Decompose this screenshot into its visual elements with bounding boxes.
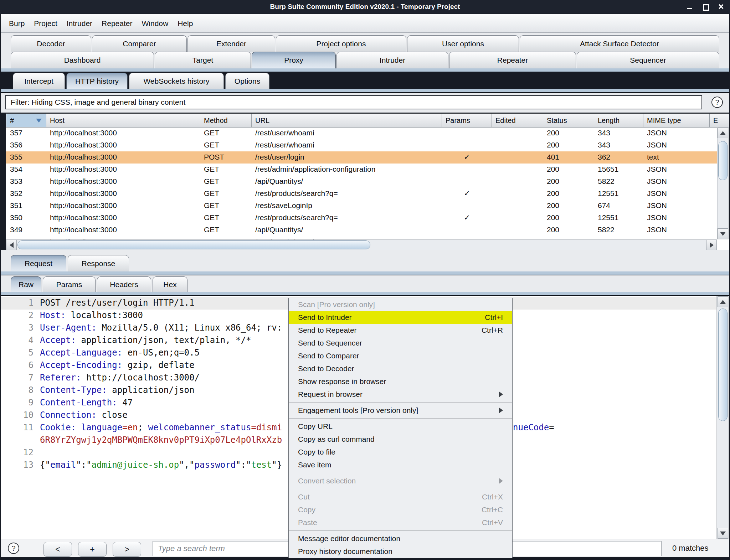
scroll-down-icon[interactable] (718, 228, 728, 239)
menu-item-copy-url[interactable]: Copy URL (289, 420, 512, 433)
menu-help[interactable]: Help (173, 19, 197, 28)
menu-item-label: Paste (298, 518, 317, 527)
editor-vertical-scrollbar[interactable] (716, 296, 729, 539)
scroll-up-icon[interactable] (718, 128, 728, 138)
column-header-mime-type[interactable]: MIME type (643, 114, 710, 127)
minimize-icon[interactable] (687, 4, 693, 10)
menu-burp[interactable]: Burp (4, 19, 29, 28)
menu-item-copy-to-file[interactable]: Copy to file (289, 446, 512, 458)
cell-mime: JSON (647, 189, 667, 198)
tab-options[interactable]: Options (225, 73, 269, 89)
search-help-icon[interactable]: ? (8, 543, 19, 554)
tab-http-history[interactable]: HTTP history (66, 73, 128, 89)
titlebar[interactable]: Burp Suite Community Edition v2020.1 - T… (0, 0, 730, 14)
tab-params[interactable]: Params (43, 276, 96, 292)
menu-item-send-to-decoder[interactable]: Send to Decoder (289, 362, 512, 375)
tab-label: Target (192, 56, 213, 64)
tab-attack-surface-detector[interactable]: Attack Surface Detector (520, 35, 719, 52)
panel-splitter[interactable] (1, 250, 729, 255)
search-next-button[interactable]: > (113, 542, 141, 557)
column-header-length[interactable]: Length (594, 114, 643, 127)
menu-item-show-response-in-browser[interactable]: Show response in browser (289, 375, 512, 388)
table-row[interactable]: 351http://localhost:3000GET/rest/saveLog… (6, 200, 717, 212)
tab-hex[interactable]: Hex (153, 276, 187, 292)
table-hscroll-thumb[interactable] (17, 240, 370, 249)
tab-raw[interactable]: Raw (11, 276, 41, 292)
table-vscroll-thumb[interactable] (718, 141, 728, 180)
column-header-[interactable]: # (6, 114, 46, 127)
maximize-icon[interactable] (702, 4, 709, 10)
column-header-method[interactable]: Method (200, 114, 252, 127)
filter-help-icon[interactable]: ? (711, 97, 723, 108)
tab-request[interactable]: Request (11, 255, 66, 271)
menu-item-label: Send to Intruder (298, 313, 352, 322)
line-number: 8 (1, 384, 34, 396)
menu-project[interactable]: Project (29, 19, 62, 28)
scroll-up-icon[interactable] (718, 296, 728, 307)
tab-dashboard[interactable]: Dashboard (11, 52, 154, 68)
cell-url: /rest/saveLoginIp (255, 201, 312, 210)
cell-url: /rest/products/search?q= (255, 189, 338, 198)
tab-response[interactable]: Response (68, 255, 129, 271)
table-row[interactable]: 355http://localhost:3000POST/rest/user/l… (6, 151, 717, 164)
table-row[interactable]: 352http://localhost:3000GET/rest/product… (6, 188, 717, 200)
scroll-right-icon[interactable] (706, 240, 717, 250)
table-row[interactable]: 349http://localhost:3000GET/api/Quantity… (6, 224, 717, 236)
filter-bar[interactable]: Filter: Hiding CSS, image and general bi… (5, 95, 702, 109)
table-row-partial[interactable]: 348http://localhost:3000GET/rest/user/wh… (6, 236, 717, 239)
search-add-button[interactable]: + (78, 542, 107, 557)
line-number: 1 (1, 297, 34, 309)
menu-item-send-to-repeater[interactable]: Send to RepeaterCtrl+R (289, 324, 512, 337)
table-row[interactable]: 354http://localhost:3000GET/rest/admin/a… (6, 164, 717, 176)
column-header-params[interactable]: Params (442, 114, 492, 127)
search-prev-button[interactable]: < (43, 542, 72, 557)
tab-user-options[interactable]: User options (407, 35, 519, 52)
tab-project-options[interactable]: Project options (276, 35, 406, 52)
column-header-host[interactable]: Host (46, 114, 200, 127)
table-horizontal-scrollbar[interactable] (6, 239, 717, 250)
text-segment: ":" (236, 460, 251, 470)
menu-item-copy-as-curl-command[interactable]: Copy as curl command (289, 433, 512, 446)
menu-item-request-in-browser[interactable]: Request in browser (289, 388, 512, 401)
column-header-status[interactable]: Status (543, 114, 594, 127)
menu-item-engagement-tools-pro-version-only[interactable]: Engagement tools [Pro version only] (289, 404, 512, 417)
menu-item-send-to-intruder[interactable]: Send to IntruderCtrl+I (289, 311, 512, 324)
line-number: 11 (1, 422, 34, 434)
column-header-e[interactable]: E (710, 114, 717, 127)
menu-item-proxy-history-documentation[interactable]: Proxy history documentation (289, 545, 512, 558)
table-row[interactable]: 350http://localhost:3000GET/rest/product… (6, 212, 717, 224)
tab-extender[interactable]: Extender (187, 35, 275, 52)
menu-window[interactable]: Window (137, 19, 173, 28)
tab-repeater[interactable]: Repeater (449, 52, 576, 68)
tab-label: HTTP history (75, 77, 119, 85)
scroll-left-icon[interactable] (6, 240, 17, 250)
text-segment: welcomebanner_status (148, 422, 251, 432)
scroll-down-icon[interactable] (718, 528, 728, 539)
menu-item-save-item[interactable]: Save item (289, 458, 512, 471)
tab-intruder[interactable]: Intruder (336, 52, 448, 68)
menu-item-send-to-sequencer[interactable]: Send to Sequencer (289, 337, 512, 349)
table-row[interactable]: 353http://localhost:3000GET/api/Quantity… (6, 176, 717, 188)
tab-label: Sequencer (630, 56, 666, 64)
table-vertical-scrollbar[interactable] (717, 127, 729, 239)
column-header-url[interactable]: URL (252, 114, 442, 127)
close-icon[interactable] (718, 4, 724, 10)
tab-proxy[interactable]: Proxy (252, 52, 336, 68)
tab-comparer[interactable]: Comparer (92, 35, 187, 52)
tab-sequencer[interactable]: Sequencer (577, 52, 719, 68)
menu-item-send-to-comparer[interactable]: Send to Comparer (289, 349, 512, 362)
column-header-edited[interactable]: Edited (492, 114, 543, 127)
tab-headers[interactable]: Headers (97, 276, 151, 292)
editor-vscroll-thumb[interactable] (718, 308, 728, 421)
table-row[interactable]: 356http://localhost:3000GET/rest/user/wh… (6, 139, 717, 151)
menu-item-message-editor-documentation[interactable]: Message editor documentation (289, 532, 512, 545)
cell-host: http://localhost:3000 (50, 165, 117, 173)
menu-repeater[interactable]: Repeater (97, 19, 137, 28)
cell-method: GET (204, 177, 219, 186)
tab-websockets-history[interactable]: WebSockets history (129, 73, 224, 89)
tab-decoder[interactable]: Decoder (11, 35, 91, 52)
table-row[interactable]: 357http://localhost:3000GET/rest/user/wh… (6, 127, 717, 139)
tab-intercept[interactable]: Intercept (13, 73, 65, 89)
menu-intruder[interactable]: Intruder (62, 19, 97, 28)
tab-target[interactable]: Target (155, 52, 251, 68)
